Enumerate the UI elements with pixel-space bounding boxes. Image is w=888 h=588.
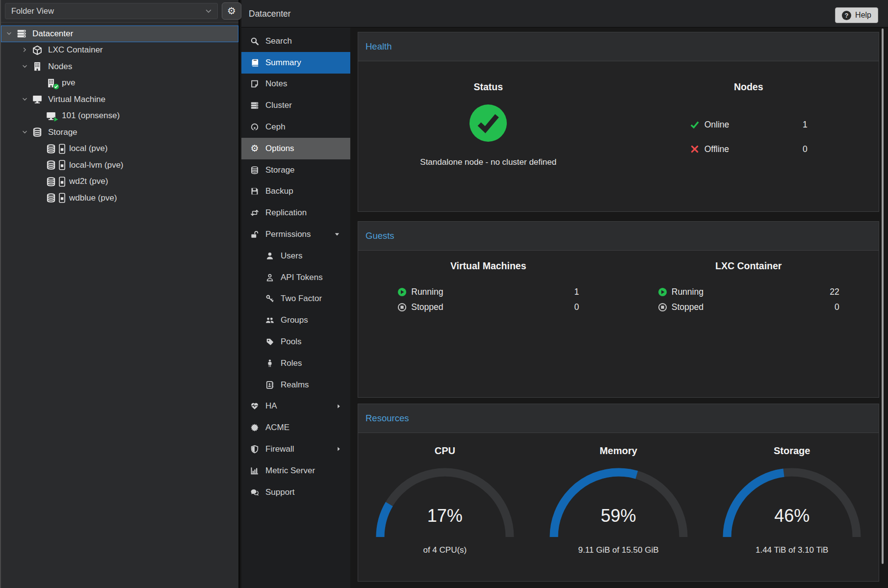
tree-item-wdblue-pve[interactable]: wdblue (pve) xyxy=(1,190,238,206)
guest-count-value: 0 xyxy=(835,302,839,312)
guests-column-lxc-container: LXC Container Running 22 Stopped 0 xyxy=(619,251,879,397)
menu-item-metric-server[interactable]: Metric Server xyxy=(241,460,350,482)
gear-icon: ⚙ xyxy=(250,144,259,153)
gauge-memory: Memory 59% 9.11 GiB of 15.50 GiB xyxy=(532,433,705,581)
menu-item-users[interactable]: Users xyxy=(241,245,350,267)
tree-item-storage[interactable]: Storage xyxy=(1,124,238,141)
menu-item-api-tokens[interactable]: API Tokens xyxy=(241,267,350,288)
unlock-icon xyxy=(250,230,259,239)
nodes-status-column: Nodes Online 1 Offline 0 xyxy=(619,61,879,211)
status-message: Standalone node - no cluster defined xyxy=(420,157,556,167)
chart-icon xyxy=(250,466,259,475)
gauge-arc: 46% xyxy=(718,463,865,542)
page-title: Datacenter xyxy=(249,0,291,27)
tree-item-lxc-container[interactable]: LXC Container xyxy=(1,42,238,59)
resource-tree: DatacenterLXC ContainerNodespveVirtual M… xyxy=(1,23,238,206)
guests-panel-title: Guests xyxy=(358,222,879,251)
menu-item-acme[interactable]: ACME xyxy=(241,417,350,438)
guests-heading: LXC Container xyxy=(715,260,782,272)
building-icon xyxy=(31,61,43,72)
menu-item-label: Options xyxy=(265,144,294,153)
chevron-down-icon[interactable] xyxy=(20,96,29,103)
tree-item-label: Nodes xyxy=(48,62,72,72)
menu-item-label: HA xyxy=(265,401,277,411)
menu-item-cluster[interactable]: Cluster xyxy=(241,95,350,116)
menu-item-search[interactable]: Search xyxy=(241,30,350,52)
tree-item-label: pve xyxy=(62,78,75,88)
male-icon xyxy=(265,359,274,368)
menu-item-replication[interactable]: Replication xyxy=(241,202,350,224)
menu-item-notes[interactable]: Notes xyxy=(241,74,350,95)
tree-item-datacenter[interactable]: Datacenter xyxy=(1,26,238,42)
play-circle-icon xyxy=(397,287,407,297)
tree-item-label: Datacenter xyxy=(32,29,73,39)
menu-item-label: Pools xyxy=(281,337,302,347)
tag-icon xyxy=(265,337,274,346)
tree-item-local-lvm-pve[interactable]: local-lvm (pve) xyxy=(1,157,238,174)
guest-count-value: 22 xyxy=(830,287,839,297)
guest-count-value: 0 xyxy=(575,302,579,312)
menu-item-roles[interactable]: Roles xyxy=(241,353,350,374)
view-mode-select[interactable]: Folder View xyxy=(5,3,218,19)
guest-count-value: 1 xyxy=(575,287,579,297)
menu-item-two-factor[interactable]: Two Factor xyxy=(241,288,350,310)
resources-panel-title: Resources xyxy=(358,404,879,433)
cluster-status-column: Status Standalone node - no cluster defi… xyxy=(358,61,619,211)
expander-spacer xyxy=(33,195,43,202)
menu-item-firewall[interactable]: Firewall xyxy=(241,438,350,460)
tree-item-nodes[interactable]: Nodes xyxy=(1,58,238,75)
menu-item-ceph[interactable]: Ceph xyxy=(241,116,350,138)
menu-item-summary[interactable]: Summary xyxy=(241,52,350,74)
gear-icon: ⚙ xyxy=(227,5,236,16)
gauge-storage: Storage 46% 1.44 TiB of 3.10 TiB xyxy=(705,433,879,581)
database-icon xyxy=(45,193,57,203)
tree-item-wd2t-pve[interactable]: wd2t (pve) xyxy=(1,174,238,190)
help-button[interactable]: ? Help xyxy=(835,7,878,23)
menu-item-storage[interactable]: Storage xyxy=(241,159,350,181)
caret-down-icon[interactable] xyxy=(334,231,340,238)
tree-item-label: Storage xyxy=(48,128,78,137)
floppy-icon xyxy=(250,187,259,196)
menu-item-label: Groups xyxy=(281,315,308,325)
guest-state-label: Running xyxy=(672,287,830,297)
gauge-arc: 59% xyxy=(545,463,692,542)
menu-item-groups[interactable]: Groups xyxy=(241,309,350,331)
resource-tree-panel: Folder View ⚙ DatacenterLXC ContainerNod… xyxy=(1,0,240,588)
book-icon xyxy=(250,58,259,67)
tree-item-pve[interactable]: pve xyxy=(1,75,238,92)
menu-item-support[interactable]: Support xyxy=(241,482,350,503)
menu-item-permissions[interactable]: Permissions xyxy=(241,224,350,245)
disk-icon xyxy=(59,177,65,187)
guests-column-virtual-machines: Virtual Machines Running 1 Stopped 0 xyxy=(358,251,619,397)
gauge-percent: 17% xyxy=(371,506,519,526)
status-ok-check-circle-icon xyxy=(469,103,508,143)
menu-item-label: Search xyxy=(265,36,292,46)
address-book-icon xyxy=(265,381,274,389)
caret-right-icon xyxy=(336,446,342,452)
guest-state-label: Running xyxy=(411,287,574,297)
view-mode-value: Folder View xyxy=(11,6,54,15)
shield-icon xyxy=(250,445,259,454)
users-icon xyxy=(265,316,274,325)
chevron-right-icon[interactable] xyxy=(20,47,29,53)
tree-item-virtual-machine[interactable]: Virtual Machine xyxy=(1,91,238,108)
desktop-icon xyxy=(45,111,57,121)
retweet-icon xyxy=(250,208,259,217)
tree-item-101-opnsense[interactable]: 101 (opnsense) xyxy=(1,108,238,125)
tree-item-local-pve[interactable]: local (pve) xyxy=(1,141,238,157)
menu-item-label: ACME xyxy=(265,423,289,433)
chevron-down-icon[interactable] xyxy=(4,30,14,37)
menu-item-ha[interactable]: HA xyxy=(241,396,350,417)
menu-item-realms[interactable]: Realms xyxy=(241,374,350,396)
tree-settings-button[interactable]: ⚙ xyxy=(222,2,241,20)
chevron-down-icon[interactable] xyxy=(20,129,29,136)
menu-item-label: Roles xyxy=(281,358,302,368)
vertical-scrollbar[interactable] xyxy=(882,28,884,564)
menu-item-backup[interactable]: Backup xyxy=(241,181,350,203)
chevron-down-icon[interactable] xyxy=(20,63,29,70)
gauge-caption: 9.11 GiB of 15.50 GiB xyxy=(578,545,658,555)
menu-item-pools[interactable]: Pools xyxy=(241,331,350,353)
expander-spacer xyxy=(33,145,43,152)
guest-row-running: Running 1 xyxy=(397,284,579,300)
menu-item-options[interactable]: ⚙Options xyxy=(241,138,350,159)
